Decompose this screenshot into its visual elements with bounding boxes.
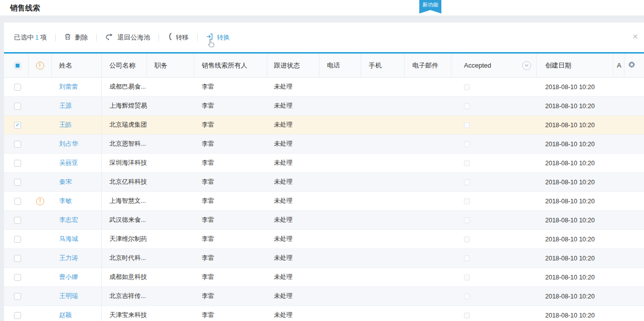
header-phone[interactable]: 电话 — [319, 54, 361, 77]
row-owner: 李雷 — [194, 97, 267, 115]
row-created: 2018-08-10 10:20 — [537, 211, 613, 229]
row-name-link[interactable]: 王皓 — [59, 121, 72, 129]
row-checkbox[interactable] — [14, 312, 21, 319]
row-checkbox[interactable] — [14, 255, 21, 262]
header-status[interactable]: 跟进状态 — [267, 54, 319, 77]
row-job — [147, 97, 194, 115]
row-name-cell: 王明瑞 — [52, 287, 102, 305]
row-accepted-checkbox[interactable] — [464, 236, 470, 242]
row-name-link[interactable]: 王源 — [59, 102, 72, 110]
row-name-link[interactable]: 王力涛 — [59, 254, 78, 262]
row-owner: 李雷 — [194, 211, 267, 229]
row-email — [405, 306, 451, 321]
row-name-cell: 刘占华 — [52, 135, 102, 153]
row-owner: 李雷 — [194, 116, 267, 134]
row-checkbox[interactable] — [14, 217, 21, 224]
header-accepted[interactable]: Accepted — [464, 62, 491, 69]
row-company: 成都如意科技 — [102, 268, 147, 286]
row-checkbox[interactable] — [14, 122, 21, 129]
row-mobile — [361, 306, 405, 321]
row-mobile — [361, 78, 405, 96]
row-accepted-cell — [451, 211, 537, 229]
header-email[interactable]: 电子邮件 — [405, 54, 451, 77]
row-owner: 李雷 — [194, 306, 267, 321]
row-status: 未处理 — [267, 116, 319, 134]
row-name-link[interactable]: 刘蕾蕾 — [59, 83, 78, 91]
row-created: 2018-08-10 10:20 — [537, 287, 613, 305]
row-name-link[interactable]: 刘占华 — [59, 140, 78, 148]
row-accepted-checkbox[interactable] — [464, 217, 470, 223]
close-icon[interactable]: × — [632, 32, 638, 41]
row-name-cell: 刘蕾蕾 — [52, 78, 102, 96]
header-truncated[interactable]: A — [613, 54, 624, 77]
header-mobile[interactable]: 手机 — [361, 54, 405, 77]
row-checkbox[interactable] — [14, 103, 21, 110]
row-accepted-checkbox[interactable] — [464, 293, 470, 299]
row-accepted-checkbox[interactable] — [464, 122, 470, 128]
table-row: !李敏上海智慧文...李雷未处理2018-08-10 10:20 — [4, 192, 644, 211]
row-checkbox[interactable] — [14, 198, 21, 205]
row-checkbox[interactable] — [14, 293, 21, 300]
row-job — [147, 173, 194, 191]
row-name-link[interactable]: 李敏 — [59, 197, 72, 205]
row-checkbox[interactable] — [14, 84, 21, 91]
select-all-checkbox[interactable] — [14, 62, 21, 69]
header-name[interactable]: 姓名 — [52, 54, 102, 77]
transfer-button[interactable]: 转移 — [168, 33, 189, 42]
leads-panel: 已选中1项 删除 退回公海池 转移 转换 — [4, 23, 644, 321]
warning-icon: ! — [36, 197, 44, 205]
row-accepted-checkbox[interactable] — [464, 179, 470, 185]
row-name-cell: 马海城 — [52, 230, 102, 248]
row-accepted-checkbox[interactable] — [464, 274, 470, 280]
row-created: 2018-08-10 10:20 — [537, 249, 613, 267]
row-warning-cell — [29, 306, 52, 321]
transfer-arc-icon — [168, 33, 172, 42]
row-status: 未处理 — [267, 78, 319, 96]
header-owner[interactable]: 销售线索所有人 — [194, 54, 267, 77]
row-phone — [319, 306, 361, 321]
row-email — [405, 173, 451, 191]
row-accepted-cell — [451, 249, 537, 267]
table-row: 吴丽亚深圳海洋科技李雷未处理2018-08-10 10:20 — [4, 154, 644, 173]
row-checkbox[interactable] — [14, 179, 21, 186]
row-job — [147, 249, 194, 267]
row-accepted-checkbox[interactable] — [464, 84, 470, 90]
row-warning-cell — [29, 135, 52, 153]
row-checkbox-cell — [4, 154, 29, 172]
header-created[interactable]: 创建日期 — [537, 54, 613, 77]
accepted-dropdown-icon[interactable] — [522, 61, 531, 70]
row-created: 2018-08-10 10:20 — [537, 230, 613, 248]
row-name-link[interactable]: 赵颖 — [59, 311, 72, 319]
row-checkbox[interactable] — [14, 274, 21, 281]
header-company[interactable]: 公司名称 — [102, 54, 147, 77]
convert-button[interactable]: 转换 — [206, 33, 230, 42]
row-mobile — [361, 287, 405, 305]
row-accepted-checkbox[interactable] — [464, 312, 470, 318]
column-settings-gear-icon[interactable] — [627, 61, 636, 71]
row-name-link[interactable]: 曹小娜 — [59, 273, 78, 281]
row-checkbox[interactable] — [14, 160, 21, 167]
row-mobile — [361, 116, 405, 134]
row-accepted-checkbox[interactable] — [464, 103, 470, 109]
row-warning-cell — [29, 116, 52, 134]
row-owner: 李雷 — [194, 249, 267, 267]
row-checkbox[interactable] — [14, 236, 21, 243]
row-name-link[interactable]: 马海城 — [59, 235, 78, 243]
row-accepted-checkbox[interactable] — [464, 198, 470, 204]
delete-button[interactable]: 删除 — [64, 33, 88, 42]
row-warning-cell — [29, 211, 52, 229]
header-job[interactable]: 职务 — [147, 54, 194, 77]
row-checkbox-cell — [4, 211, 29, 229]
row-checkbox-cell — [4, 192, 29, 210]
row-status: 未处理 — [267, 154, 319, 172]
row-name-link[interactable]: 秦宋 — [59, 178, 72, 186]
row-checkbox[interactable] — [14, 141, 21, 148]
table-body: 刘蕾蕾成都巴易食...李雷未处理2018-08-10 10:20王源上海辉煌贸易… — [4, 78, 644, 321]
row-accepted-checkbox[interactable] — [464, 160, 470, 166]
row-name-link[interactable]: 吴丽亚 — [59, 159, 78, 167]
row-accepted-checkbox[interactable] — [464, 141, 470, 147]
row-name-link[interactable]: 王明瑞 — [59, 292, 78, 300]
row-name-link[interactable]: 李志宏 — [59, 216, 78, 224]
row-accepted-checkbox[interactable] — [464, 255, 470, 261]
return-pool-button[interactable]: 退回公海池 — [105, 33, 150, 42]
